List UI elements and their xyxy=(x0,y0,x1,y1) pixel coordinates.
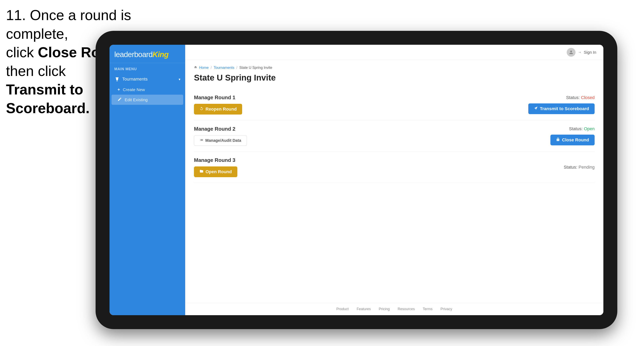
round-2-right: Status: Open Close Round xyxy=(550,126,594,145)
footer-pricing[interactable]: Pricing xyxy=(379,307,390,311)
sidebar-item-tournaments[interactable]: Tournaments xyxy=(110,74,185,85)
create-new-label: Create New xyxy=(123,87,145,92)
round-3-left: Manage Round 3 Open Round xyxy=(194,157,237,177)
footer-terms[interactable]: Terms xyxy=(423,307,432,311)
reopen-round-label: Reopen Round xyxy=(206,107,236,112)
instruction-line3: then click xyxy=(6,63,66,79)
tablet-device: leaderboardKing MAIN MENU xyxy=(96,31,617,329)
tournaments-nav-label: Tournaments xyxy=(122,77,148,82)
avatar xyxy=(567,48,576,57)
round-2-status: Status: Open xyxy=(569,126,594,132)
sidebar-item-create-new[interactable]: + Create New xyxy=(110,85,185,95)
close-round-button[interactable]: Close Round xyxy=(550,135,594,145)
breadcrumb-home-icon xyxy=(194,66,197,70)
main-content: → Sign In Home / Tournaments / xyxy=(185,45,604,315)
plus-icon: + xyxy=(118,87,120,92)
logo-area: leaderboardKing xyxy=(110,45,185,63)
breadcrumb-home[interactable]: Home xyxy=(199,66,209,70)
round-1-right: Status: Closed Transmit to Scoreboard xyxy=(528,95,594,114)
footer-features[interactable]: Features xyxy=(357,307,371,311)
logo: leaderboardKing xyxy=(114,50,180,59)
round-3-right: Status: Pending xyxy=(564,165,594,170)
round-2-title: Manage Round 2 xyxy=(194,126,247,132)
instruction-line2: click xyxy=(6,44,38,60)
sidebar-nav: MAIN MENU xyxy=(110,63,185,109)
instruction-bold2: Transmit to Scoreboard. xyxy=(6,82,90,116)
footer-resources[interactable]: Resources xyxy=(398,307,415,311)
round-1-title: Manage Round 1 xyxy=(194,94,242,101)
round-1-status: Status: Closed xyxy=(566,95,594,100)
manage-audit-data-button[interactable]: Manage/Audit Data xyxy=(194,135,247,146)
footer: Product Features Pricing Resources Terms… xyxy=(185,303,604,315)
main-menu-label: MAIN MENU xyxy=(110,67,185,74)
sign-in-label: Sign In xyxy=(584,50,596,55)
close-round-icon xyxy=(556,137,560,143)
open-round-icon xyxy=(200,169,204,174)
logo-prefix: leaderboard xyxy=(114,50,152,59)
nav-item-left: Tournaments xyxy=(114,76,148,82)
top-bar: → Sign In xyxy=(185,45,604,60)
footer-product[interactable]: Product xyxy=(336,307,349,311)
edit-icon xyxy=(118,97,122,102)
signin-arrow-icon: → xyxy=(578,50,582,54)
round-3-status: Status: Pending xyxy=(564,165,594,170)
round-2-left: Manage Round 2 Manage/Audit Data xyxy=(194,126,247,146)
open-round-label: Open Round xyxy=(206,169,232,174)
round-1-status-value: Closed xyxy=(581,95,594,100)
page-title: State U Spring Invite xyxy=(194,73,594,83)
transmit-icon xyxy=(534,106,538,111)
breadcrumb-sep1: / xyxy=(211,66,212,70)
app-layout: leaderboardKing MAIN MENU xyxy=(110,45,604,315)
reopen-round-button[interactable]: Reopen Round xyxy=(194,104,242,115)
transmit-to-scoreboard-button[interactable]: Transmit to Scoreboard xyxy=(528,103,594,114)
round-3-title: Manage Round 3 xyxy=(194,157,237,163)
round-3-card: Manage Round 3 Open Round Status: Pendin… xyxy=(194,152,594,183)
sign-in-area[interactable]: → Sign In xyxy=(567,48,596,57)
round-2-status-value: Open xyxy=(584,126,594,131)
page-content: Home / Tournaments / State U Spring Invi… xyxy=(185,60,604,303)
round-1-card: Manage Round 1 Reopen Round Status: Clos… xyxy=(194,89,594,120)
close-round-label: Close Round xyxy=(562,137,589,143)
chevron-down-icon xyxy=(178,77,180,82)
edit-existing-label: Edit Existing xyxy=(125,97,148,102)
open-round-button[interactable]: Open Round xyxy=(194,167,237,177)
round-3-status-value: Pending xyxy=(578,165,594,170)
sidebar: leaderboardKing MAIN MENU xyxy=(110,45,185,315)
breadcrumb-tournaments[interactable]: Tournaments xyxy=(214,66,234,70)
round-2-card: Manage Round 2 Manage/Audit Data Status:… xyxy=(194,120,594,152)
transmit-label: Transmit to Scoreboard xyxy=(540,106,589,111)
svg-rect-2 xyxy=(117,80,117,81)
svg-rect-3 xyxy=(116,81,118,81)
round-1-left: Manage Round 1 Reopen Round xyxy=(194,94,242,115)
breadcrumb-current: State U Spring Invite xyxy=(239,66,272,70)
reopen-icon xyxy=(200,107,204,112)
breadcrumb: Home / Tournaments / State U Spring Invi… xyxy=(194,66,594,70)
tablet-screen: leaderboardKing MAIN MENU xyxy=(110,45,604,315)
breadcrumb-sep2: / xyxy=(236,66,237,70)
manage-audit-label: Manage/Audit Data xyxy=(205,138,241,143)
footer-privacy[interactable]: Privacy xyxy=(440,307,452,311)
logo-suffix: King xyxy=(152,50,168,59)
trophy-icon xyxy=(114,76,120,82)
audit-icon xyxy=(200,138,203,143)
sidebar-item-edit-existing[interactable]: Edit Existing xyxy=(112,95,183,105)
